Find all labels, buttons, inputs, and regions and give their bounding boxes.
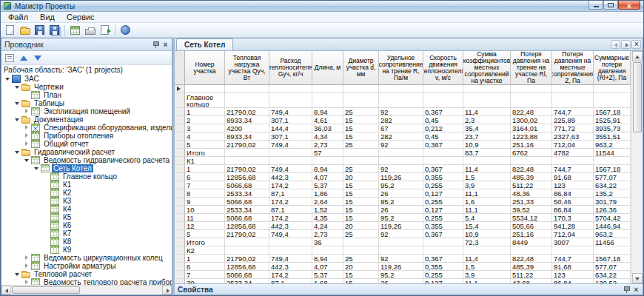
grid-cell[interactable]: 83,7: [463, 149, 511, 157]
grid-cell[interactable]: 0,367: [423, 165, 463, 173]
grid-cell[interactable]: 5066,68: [225, 181, 269, 189]
grid-cell[interactable]: [225, 149, 269, 157]
tree-item-22[interactable]: К9: [1, 246, 172, 254]
tree-expander-icon[interactable]: [23, 262, 30, 270]
grid-cell[interactable]: 92: [379, 230, 423, 238]
grid-cell[interactable]: 4,07: [312, 263, 343, 271]
grid-cell[interactable]: [343, 93, 379, 108]
grid-cell[interactable]: [511, 85, 552, 93]
tree-expander-icon[interactable]: [4, 75, 11, 83]
grid-cell[interactable]: [343, 238, 379, 246]
grid-cell[interactable]: 3164,01: [511, 124, 552, 132]
grid-cell[interactable]: 251,16: [511, 230, 552, 238]
table-view-button[interactable]: [68, 24, 82, 37]
column-header-4[interactable]: Длина, м: [312, 51, 343, 85]
move-down-button[interactable]: [31, 52, 44, 64]
grid-row[interactable]: 121790,02749,48,9425920,36711,4822,48744…: [175, 108, 631, 116]
grid-cell[interactable]: 11,4: [463, 165, 511, 173]
grid-cell[interactable]: 3,9: [463, 181, 511, 189]
grid-cell[interactable]: 4,07: [312, 173, 343, 181]
tree-expander-icon[interactable]: [23, 140, 30, 148]
grid-cell[interactable]: 251,33: [511, 198, 552, 206]
grid-cell[interactable]: 6: [185, 173, 225, 181]
grid-cell[interactable]: 1300,02: [511, 116, 552, 124]
grid-cell[interactable]: 86,84: [552, 206, 594, 214]
tree-expander-icon[interactable]: [23, 124, 30, 132]
grid-cell[interactable]: 11,1: [463, 189, 511, 198]
grid-cell[interactable]: 963,2: [594, 230, 631, 238]
column-header-3[interactable]: Расход теплоносителя Gуч, кг/ч: [269, 51, 312, 85]
grid-cell[interactable]: 174,2: [269, 181, 312, 189]
tree-expander-icon[interactable]: [13, 83, 21, 91]
grid-cell[interactable]: 1,5: [463, 173, 511, 181]
grid-cell[interactable]: 0,367: [423, 230, 463, 238]
column-header-8[interactable]: Сумма коэффициентов местных сопротивлени…: [463, 51, 511, 85]
grid-cell[interactable]: 119,26: [379, 222, 423, 230]
grid-cell[interactable]: 712,04: [552, 230, 594, 238]
print-button[interactable]: [83, 24, 97, 37]
export-report-button[interactable]: [98, 24, 112, 37]
grid-cell[interactable]: [343, 149, 379, 157]
grid-cell[interactable]: 634,22: [594, 181, 631, 189]
grid-cell[interactable]: 26: [379, 189, 423, 198]
tree-item-13[interactable]: Главное кольцо: [1, 172, 172, 181]
grid-cell[interactable]: 307,1: [269, 132, 312, 141]
menu-item-3[interactable]: Сервис: [61, 12, 101, 23]
grid-row[interactable]: 612856,68442,34,0720119,260,3551,5485,39…: [175, 263, 631, 271]
scroll-right-button[interactable]: [162, 286, 172, 295]
grid-cell[interactable]: 282: [379, 116, 423, 124]
grid-cell[interactable]: 72,3: [463, 238, 511, 246]
grid-cell[interactable]: 2,3: [463, 116, 511, 124]
menu-item-2[interactable]: Вид: [34, 12, 61, 23]
tab-set-kotel[interactable]: Сеть Котел: [176, 38, 233, 50]
grid-cell[interactable]: 0,255: [423, 271, 463, 279]
grid-cell[interactable]: 0,355: [423, 173, 463, 181]
maximize-button[interactable]: [603, 1, 618, 10]
grid-cell[interactable]: 5066,68: [225, 271, 269, 279]
grid-cell[interactable]: 4,61: [312, 116, 343, 124]
grid-cell[interactable]: [312, 93, 343, 108]
grid-cell[interactable]: 2327,63: [552, 132, 594, 141]
grid-cell[interactable]: 3551,51: [594, 132, 631, 141]
grid-cell[interactable]: 25: [343, 255, 379, 263]
grid-cell[interactable]: 485,39: [511, 263, 552, 271]
grid-cell[interactable]: 822,48: [511, 108, 552, 116]
settings-button[interactable]: [118, 24, 133, 37]
grid-cell[interactable]: [312, 246, 343, 255]
grid-cell[interactable]: 20: [343, 263, 379, 271]
tree-item-16[interactable]: К3: [1, 197, 172, 205]
tree-item-5[interactable]: Экспликация помещений: [1, 107, 172, 115]
grid-cell[interactable]: 1,86: [312, 189, 343, 198]
grid-cell[interactable]: 144,4: [269, 124, 312, 132]
grid-cell[interactable]: 1,68: [312, 279, 343, 283]
grid-cell[interactable]: 301,79: [594, 198, 631, 206]
grid-cell[interactable]: [594, 85, 631, 93]
grid-cell[interactable]: 36,03: [312, 124, 343, 132]
grid-cell[interactable]: 11456: [594, 238, 631, 246]
grid-cell[interactable]: 442,3: [269, 173, 312, 181]
grid-cell[interactable]: 0,127: [423, 206, 463, 214]
new-document-button[interactable]: [3, 24, 17, 37]
tree-expander-icon[interactable]: [13, 270, 21, 278]
grid-cell[interactable]: 822,48: [511, 255, 552, 263]
grid-cell[interactable]: [379, 149, 423, 157]
grid-cell[interactable]: [269, 93, 312, 108]
move-up-button[interactable]: [17, 52, 30, 64]
tree-expander-icon[interactable]: [13, 148, 21, 156]
tree-item-9[interactable]: Общий отчет: [1, 140, 172, 148]
grid-cell[interactable]: [225, 246, 269, 255]
tree-item-4[interactable]: Таблицы: [1, 99, 172, 107]
grid-cell[interactable]: 6762: [511, 149, 552, 157]
grid-cell[interactable]: 8: [185, 189, 225, 198]
grid-cell[interactable]: 95,2: [379, 181, 423, 189]
grid-cell[interactable]: 749,4: [269, 230, 312, 238]
grid-cell[interactable]: 87,1: [269, 206, 312, 214]
grid-cell[interactable]: 15: [343, 124, 379, 132]
grid-cell[interactable]: 941,28: [552, 222, 594, 230]
column-header-9[interactable]: Потеря давления на трение на участке Rl,…: [511, 51, 552, 85]
grid-cell[interactable]: [511, 157, 552, 165]
grid-cell[interactable]: 4,34: [312, 132, 343, 141]
grid-row[interactable]: 95066,68174,22,641595,20,2551,6251,3350,…: [175, 198, 631, 206]
grid-cell[interactable]: 91,68: [552, 173, 594, 181]
grid-cell[interactable]: [423, 85, 463, 93]
